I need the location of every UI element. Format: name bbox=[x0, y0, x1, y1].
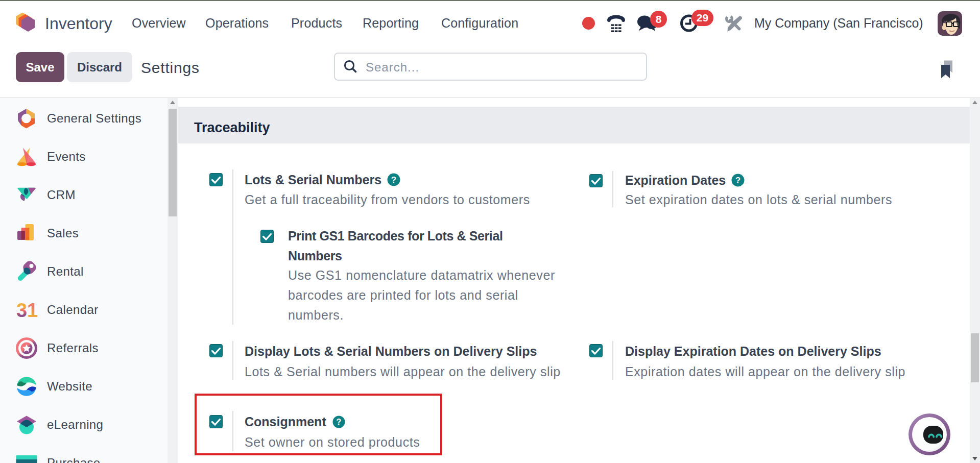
svg-text:?: ? bbox=[391, 175, 396, 185]
svg-text:1: 1 bbox=[27, 300, 38, 321]
svg-text:3: 3 bbox=[16, 300, 27, 321]
svg-text:?: ? bbox=[735, 176, 740, 185]
svg-text:?: ? bbox=[337, 418, 342, 426]
